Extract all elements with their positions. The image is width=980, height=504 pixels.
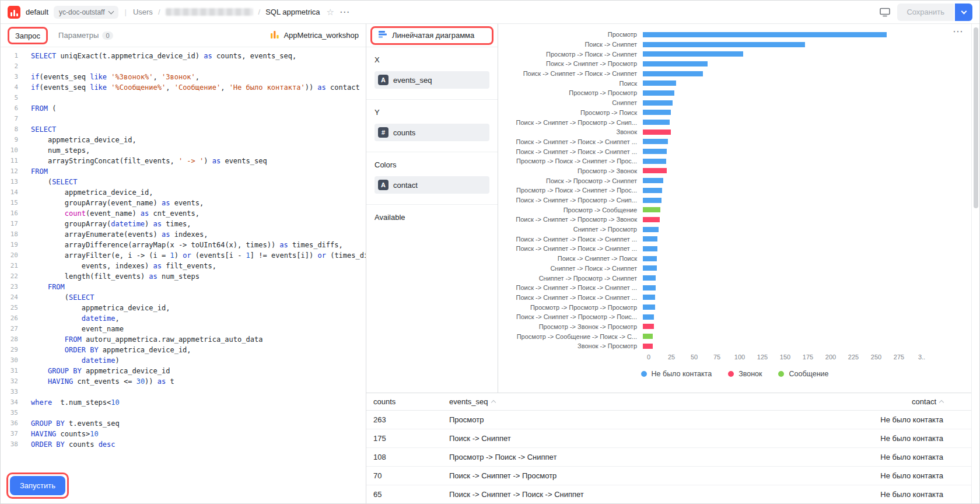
line-number: 21 — [1, 261, 18, 271]
folder-chip[interactable]: yc-doc-outstaff — [54, 6, 118, 19]
field-section-label: Available — [374, 213, 489, 222]
chart-bar[interactable] — [643, 61, 708, 66]
chart-bar[interactable] — [643, 120, 670, 125]
chart-bar[interactable] — [643, 178, 663, 183]
chart-bar[interactable] — [643, 236, 657, 242]
divider — [124, 8, 128, 16]
sort-icon — [491, 400, 495, 405]
chart-bar[interactable] — [643, 256, 657, 261]
chart-bar[interactable] — [643, 90, 674, 96]
chart-row: Просмотр -> Звонок — [498, 166, 971, 176]
chart-bar[interactable] — [643, 130, 671, 135]
preview-icon[interactable] — [880, 8, 890, 17]
chart-bar[interactable] — [643, 32, 887, 37]
topbar-actions: Сохранить — [880, 4, 972, 21]
chart-bar[interactable] — [643, 227, 659, 232]
chart-bar[interactable] — [643, 334, 653, 339]
chart-bar[interactable] — [643, 275, 656, 281]
field-chip-events_seq[interactable]: Aevents_seq — [374, 71, 489, 89]
chart-bar[interactable] — [643, 139, 668, 144]
column-header-contact[interactable]: contact — [820, 397, 971, 406]
datalens-logo[interactable] — [8, 6, 20, 19]
chart-category-label: Поиск -> Сниппет -> Поиск -> Сниппет ... — [498, 138, 643, 145]
chart-bar[interactable] — [643, 207, 660, 212]
page-scrollbar[interactable] — [971, 24, 979, 503]
result-table-body: 263ПросмотрНе было контакта175Поиск -> С… — [366, 411, 971, 503]
chart-bar[interactable] — [643, 100, 673, 106]
breadcrumb-users[interactable]: Users — [133, 8, 153, 16]
line-number: 10 — [1, 145, 18, 156]
chart-row: Поиск -> Сниппет — [498, 40, 971, 50]
dataset-selector[interactable]: AppMetrica_workshop — [270, 30, 359, 41]
chart-category-label: Поиск -> Сниппет -> Просмотр -> Звонок — [498, 216, 643, 223]
legend-item[interactable]: Сообщение — [778, 370, 828, 378]
chart-bar[interactable] — [643, 324, 654, 329]
scrollbar-thumb[interactable] — [974, 27, 978, 208]
chart-bar[interactable] — [643, 295, 655, 300]
chart-menu-icon[interactable]: ⋯ — [953, 26, 963, 37]
code-line: 9 appmetrica_device_id, — [1, 135, 366, 145]
chart-bar[interactable] — [643, 285, 656, 290]
chart-bar[interactable] — [643, 314, 654, 320]
column-header-events_seq[interactable]: events_seq — [449, 397, 820, 406]
tab-query[interactable]: Запрос — [15, 32, 40, 40]
chart-bar[interactable] — [643, 42, 805, 47]
code-line: 25 appmetrica_device_id, — [1, 303, 366, 313]
code-line: 33 — [1, 387, 366, 397]
chart-bar[interactable] — [643, 198, 662, 203]
chart-bar[interactable] — [643, 149, 667, 154]
code-line: 4if(events_seq like '%Сообщение%', 'Сооб… — [1, 82, 366, 93]
code-line: 11 arrayStringConcat(filt_events, ' -> '… — [1, 156, 366, 166]
line-number: 7 — [1, 114, 18, 124]
field-chip-counts[interactable]: #counts — [374, 124, 489, 141]
chart-bar[interactable] — [643, 168, 667, 173]
chart-row: Просмотр -> Сообщение -> Поиск -> С... — [498, 331, 971, 341]
chart-bar[interactable] — [643, 304, 655, 310]
upper-area: Линейчатая диаграмма XAevents_seqY#count… — [366, 24, 971, 393]
legend-item[interactable]: Звонок — [728, 370, 762, 378]
table-row: 175Поиск -> СниппетНе было контакта — [366, 429, 971, 448]
chart-bar[interactable] — [643, 110, 671, 115]
code-line: 19 arrayDifference(arrayMap(x -> toUInt6… — [1, 240, 366, 250]
cell-contact: Не было контакта — [820, 471, 971, 480]
chart-bar[interactable] — [643, 188, 662, 193]
chart-bar[interactable] — [643, 217, 660, 222]
legend-item[interactable]: Не было контакта — [641, 370, 712, 378]
chart-bar[interactable] — [643, 344, 653, 349]
save-dropdown-button[interactable] — [955, 4, 972, 21]
chart-bar[interactable] — [643, 159, 666, 164]
sort-icon — [939, 400, 944, 405]
save-button[interactable]: Сохранить — [897, 4, 954, 21]
line-number: 33 — [1, 387, 18, 397]
cell-counts: 70 — [373, 471, 449, 480]
column-header-counts[interactable]: counts — [373, 397, 449, 406]
chart-category-label: Поиск -> Сниппет -> Поиск -> Сниппет ... — [498, 245, 643, 252]
chart-bar[interactable] — [643, 71, 703, 76]
code-line: 21 events, indexes) as filt_events, — [1, 261, 366, 271]
chart-category-label: Сниппет — [498, 99, 643, 106]
code-line: 32 HAVING cnt_events <= 30)) as t — [1, 376, 366, 387]
chart-type-header: Линейчатая диаграмма — [366, 24, 498, 47]
chart-bar[interactable] — [643, 265, 657, 271]
chart-panel: ⋯ ПросмотрПоиск -> СниппетПросмотр -> По… — [498, 24, 971, 393]
code-line: 20 arrayFilter(e, i -> (i = 1) or (event… — [1, 250, 366, 261]
chart-type-icon[interactable] — [378, 30, 387, 41]
chart-bar[interactable] — [643, 80, 676, 86]
field-chip-label: contact — [393, 181, 418, 190]
chart-category-label: Поиск -> Просмотр -> Сниппет — [498, 177, 643, 184]
run-button[interactable]: Запустить — [10, 476, 65, 495]
field-chip-contact[interactable]: Acontact — [374, 176, 489, 194]
more-menu-icon[interactable]: ⋯ — [340, 7, 349, 17]
chart-bar[interactable] — [643, 51, 743, 57]
code-line: 1SELECT uniqExact(t.appmetrica_device_id… — [1, 51, 366, 61]
code-line: 16 count(event_name) as cnt_events, — [1, 208, 366, 219]
line-number: 35 — [1, 408, 18, 418]
favorite-star-icon[interactable]: ☆ — [327, 8, 334, 16]
chart-type-title[interactable]: Линейчатая диаграмма — [392, 31, 474, 40]
chart-bar[interactable] — [643, 246, 657, 251]
chart-category-label: Поиск -> Сниппет — [498, 41, 643, 48]
chart-category-label: Поиск -> Сниппет -> Поиск -> Сниппет ... — [498, 294, 643, 301]
chart-row: Поиск -> Сниппет -> Просмотр -> Поис... — [498, 312, 971, 322]
sql-editor[interactable]: 1SELECT uniqExact(t.appmetrica_device_id… — [1, 47, 366, 447]
tab-parameters[interactable]: Параметры 0 — [58, 31, 113, 40]
